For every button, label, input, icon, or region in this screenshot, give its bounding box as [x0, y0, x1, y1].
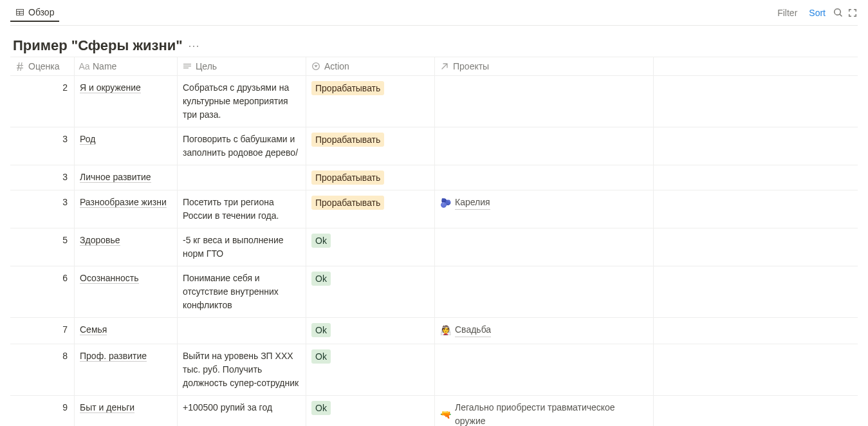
cell-projects[interactable]	[435, 228, 654, 266]
cell-name[interactable]: Личное развитие	[75, 165, 178, 190]
cell-projects[interactable]	[435, 127, 654, 165]
col-header-name-label: Name	[93, 61, 116, 71]
cell-goal[interactable]: Выйти на уровень ЗП ХХХ тыс. руб. Получи…	[178, 344, 306, 395]
col-header-goal[interactable]: Цель	[178, 57, 306, 75]
cell-action[interactable]: Ok	[306, 317, 435, 344]
status-badge: Ok	[311, 234, 331, 248]
col-header-action-label: Action	[324, 61, 349, 71]
cell-name-text: Личное развитие	[80, 172, 151, 183]
cell-projects[interactable]	[435, 344, 654, 395]
cell-name[interactable]: Осознанность	[75, 266, 178, 317]
cell-goal[interactable]: Собраться с друзьями на культурные мероп…	[178, 75, 306, 127]
status-badge: Прорабатывать	[311, 81, 384, 95]
cell-empty	[654, 317, 858, 344]
col-header-score[interactable]: Оценка	[10, 57, 75, 75]
cell-action[interactable]: Прорабатывать	[306, 75, 435, 127]
cell-goal[interactable]: Поговорить с бабушками и заполнить родов…	[178, 127, 306, 165]
cell-name[interactable]: Быт и деньги	[75, 395, 178, 426]
cell-empty	[654, 344, 858, 395]
cell-empty	[654, 228, 858, 266]
cell-action[interactable]: Ok	[306, 395, 435, 426]
cell-projects[interactable]: 🔫Легально приобрести травматическое оруж…	[435, 395, 654, 426]
project-emoji: 🔫	[440, 408, 451, 421]
cell-name-text: Я и окружение	[80, 82, 141, 93]
cell-goal[interactable]: -5 кг веса и выполнение норм ГТО	[178, 228, 306, 266]
status-badge: Ok	[311, 349, 331, 364]
cell-empty	[654, 75, 858, 127]
cell-name[interactable]: Проф. развитие	[75, 344, 178, 395]
cell-name[interactable]: Здоровье	[75, 228, 178, 266]
project-chip[interactable]: 👰Свадьба	[440, 323, 491, 337]
title-icon: Aa	[80, 62, 89, 71]
project-label: Свадьба	[455, 323, 491, 337]
select-icon	[311, 62, 320, 71]
text-icon	[183, 62, 192, 71]
cell-goal[interactable]: Понимание себя и отсутствие внутренних к…	[178, 266, 306, 317]
cell-name-text: Осознанность	[80, 273, 139, 284]
cell-name[interactable]: Семья	[75, 317, 178, 344]
cell-name-text: Семья	[80, 324, 107, 335]
cell-action[interactable]: Ok	[306, 266, 435, 317]
project-chip[interactable]: 🫐Карелия	[440, 196, 490, 210]
col-header-projects-label: Проекты	[453, 61, 489, 71]
page-title: Пример "Сферы жизни"	[13, 37, 183, 54]
project-label: Легально приобрести травматическое оружи…	[455, 401, 644, 426]
hash-icon	[15, 62, 24, 71]
expand-icon[interactable]	[847, 8, 858, 18]
cell-empty	[654, 190, 858, 228]
status-badge: Ok	[311, 323, 331, 337]
cell-name-text: Быт и деньги	[80, 402, 134, 413]
tab-overview-label: Обзор	[28, 7, 54, 17]
cell-score[interactable]: 6	[10, 266, 75, 317]
cell-name[interactable]: Разнообразие жизни	[75, 190, 178, 228]
cell-empty	[654, 395, 858, 426]
cell-projects[interactable]	[435, 266, 654, 317]
cell-empty	[654, 165, 858, 190]
search-icon[interactable]	[833, 8, 844, 18]
col-header-name[interactable]: Aa Name	[75, 57, 178, 75]
cell-score[interactable]: 9	[10, 395, 75, 426]
col-header-empty	[654, 57, 858, 75]
page-menu-icon[interactable]: ⋯	[188, 40, 199, 51]
cell-projects[interactable]	[435, 75, 654, 127]
cell-score[interactable]: 5	[10, 228, 75, 266]
cell-action[interactable]: Ok	[306, 344, 435, 395]
cell-action[interactable]: Прорабатывать	[306, 165, 435, 190]
cell-name[interactable]: Род	[75, 127, 178, 165]
cell-projects[interactable]	[435, 165, 654, 190]
col-header-projects[interactable]: Проекты	[435, 57, 654, 75]
filter-button[interactable]: Filter	[773, 5, 801, 21]
table-icon	[15, 8, 24, 17]
cell-score[interactable]: 2	[10, 75, 75, 127]
cell-empty	[654, 127, 858, 165]
cell-goal[interactable]: +100500 рупий за год	[178, 395, 306, 426]
cell-action[interactable]: Ok	[306, 228, 435, 266]
cell-projects[interactable]: 🫐Карелия	[435, 190, 654, 228]
cell-action[interactable]: Прорабатывать	[306, 127, 435, 165]
cell-projects[interactable]: 👰Свадьба	[435, 317, 654, 344]
view-tabs: Обзор Filter Sort	[10, 0, 858, 26]
tab-overview[interactable]: Обзор	[10, 4, 59, 22]
data-table: Оценка Aa Name Цель Action Проекты 2Я и …	[10, 57, 858, 426]
relation-icon	[440, 62, 449, 71]
cell-score[interactable]: 3	[10, 127, 75, 165]
project-chip[interactable]: 🔫Легально приобрести травматическое оруж…	[440, 401, 644, 426]
cell-goal[interactable]: Посетить три региона России в течении го…	[178, 190, 306, 228]
cell-score[interactable]: 7	[10, 317, 75, 344]
status-badge: Ok	[311, 401, 331, 415]
cell-score[interactable]: 8	[10, 344, 75, 395]
cell-score[interactable]: 3	[10, 190, 75, 228]
status-badge: Прорабатывать	[311, 196, 384, 210]
col-header-action[interactable]: Action	[306, 57, 435, 75]
col-header-score-label: Оценка	[28, 61, 60, 71]
cell-name-text: Разнообразие жизни	[80, 197, 167, 208]
sort-button[interactable]: Sort	[805, 5, 829, 21]
page-title-row: Пример "Сферы жизни" ⋯	[10, 26, 858, 57]
cell-score[interactable]: 3	[10, 165, 75, 190]
cell-name[interactable]: Я и окружение	[75, 75, 178, 127]
toolbar-right: Filter Sort	[773, 5, 858, 21]
cell-goal[interactable]	[178, 165, 306, 190]
cell-action[interactable]: Прорабатывать	[306, 190, 435, 228]
project-emoji: 👰	[440, 324, 451, 337]
cell-goal[interactable]	[178, 317, 306, 344]
